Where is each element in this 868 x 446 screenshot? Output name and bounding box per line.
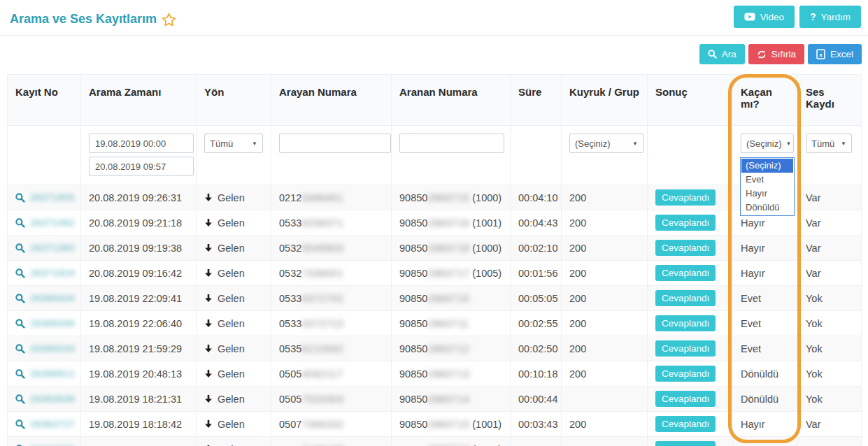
record-no-link[interactable]: 26371924	[30, 268, 75, 278]
record-no-link[interactable]: 26369434	[30, 293, 75, 303]
caller-prefix: 0533	[279, 318, 301, 329]
column-header-called-number: Aranan Numara	[392, 75, 511, 126]
caller-masked-digits: 4372710	[301, 318, 343, 329]
called-number-cell: 908502883711	[392, 311, 511, 336]
call-time-cell: 19.08.2019 22:06:40	[81, 311, 197, 336]
record-no-link[interactable]: 26368912	[30, 368, 75, 379]
table-row: 26369434 19.08.2019 22:09:41 Gelen 05334…	[8, 286, 862, 311]
caller-number-cell: 05334372710	[271, 311, 392, 336]
result-status-badge: Cevaplandı	[655, 265, 716, 281]
called-prefix: 90850	[399, 318, 427, 329]
result-cell: Cevaplandı	[648, 361, 733, 387]
record-no-link[interactable]: 26369243	[30, 343, 75, 354]
record-no-link[interactable]: 26371462	[30, 217, 75, 228]
result-cell: Cevaplandı	[648, 185, 733, 210]
missed-cell: Hayır	[733, 261, 798, 286]
reset-button-label: Sıfırla	[771, 49, 796, 59]
record-no-cell: 26363636	[8, 387, 81, 412]
result-status-badge: Cevaplandı	[655, 189, 716, 206]
page-title: Arama ve Ses Kayıtlarım	[10, 12, 157, 27]
result-cell: Cevaplandı	[648, 236, 733, 261]
direction-select[interactable]: Tümü ▼	[204, 134, 263, 153]
record-no-link[interactable]: 26369349	[30, 318, 75, 329]
queue-select[interactable]: (Seçiniz) ▼	[569, 134, 643, 153]
incoming-call-arrow-icon	[204, 319, 213, 328]
video-button-label: Video	[760, 12, 784, 22]
result-status-badge: Cevaplandı	[655, 340, 716, 357]
table-row: 26369349 19.08.2019 22:06:40 Gelen 05334…	[8, 311, 862, 336]
column-header-duration: Süre	[511, 75, 562, 126]
duration-cell: 00:01:21	[511, 437, 562, 446]
direction-label: Gelen	[218, 419, 245, 430]
missed-select[interactable]: (Seçiniz) ▼	[741, 134, 794, 153]
table-row: 26369243 19.08.2019 21:59:29 Gelen 05356…	[8, 336, 862, 361]
column-header-recording: Ses Kaydı	[798, 75, 862, 126]
caller-prefix: 0532	[279, 243, 301, 254]
missed-cell: Evet	[733, 311, 798, 336]
record-detail-search-icon[interactable]	[15, 193, 25, 203]
incoming-call-arrow-icon	[204, 369, 213, 378]
search-button[interactable]: Ara	[699, 44, 745, 64]
caller-number-input[interactable]	[279, 134, 391, 153]
record-no-cell: 26371924	[8, 261, 81, 286]
refresh-icon	[757, 50, 767, 59]
missed-select-value: (Seçiniz)	[746, 138, 782, 149]
called-masked-digits: 2883717	[427, 268, 469, 279]
called-number-cell: 908502883719(1000)	[392, 437, 511, 446]
video-button[interactable]: Video	[734, 6, 795, 28]
table-row: 26371360 20.08.2019 09:19:38 Gelen 05325…	[8, 236, 862, 261]
called-masked-digits: 2883715	[427, 192, 469, 203]
column-header-record-no: Kayıt No	[8, 75, 81, 126]
result-cell: Cevaplandı	[648, 210, 733, 236]
favorite-star-icon[interactable]	[162, 13, 176, 27]
record-detail-search-icon[interactable]	[15, 344, 25, 354]
record-detail-search-icon[interactable]	[15, 268, 25, 278]
table-row: 26371905 20.08.2019 09:26:31 Gelen 02125…	[8, 185, 862, 210]
record-detail-search-icon[interactable]	[15, 218, 25, 228]
date-from-input[interactable]	[89, 134, 194, 153]
call-time-cell: 19.08.2019 20:48:13	[81, 361, 197, 387]
table-row: 26362858 19.08.2019 18:13:27 Gelen 05557…	[8, 437, 862, 446]
recording-select[interactable]: Tümü ▼	[806, 134, 852, 153]
record-detail-search-icon[interactable]	[15, 419, 25, 429]
called-prefix: 90850	[399, 444, 427, 446]
record-detail-search-icon[interactable]	[15, 243, 25, 253]
queue-cell: 200	[562, 361, 648, 387]
called-prefix: 90850	[399, 268, 427, 279]
caller-masked-digits: 4092117	[301, 368, 343, 380]
record-detail-search-icon[interactable]	[15, 319, 25, 329]
record-no-link[interactable]: 26363636	[30, 394, 75, 404]
date-to-input[interactable]	[89, 157, 194, 176]
direction-cell: Gelen	[197, 286, 271, 311]
record-no-cell: 26363727	[8, 412, 81, 437]
chevron-down-icon: ▼	[252, 141, 257, 147]
result-cell: Cevaplandı	[648, 437, 733, 446]
record-no-link[interactable]: 26371905	[30, 192, 75, 203]
record-no-cell: 26371462	[8, 210, 81, 236]
dropdown-option-hayir[interactable]: Hayır	[741, 187, 793, 201]
result-cell: Cevaplandı	[648, 311, 733, 336]
record-detail-search-icon[interactable]	[15, 294, 25, 303]
result-cell: Cevaplandı	[648, 261, 733, 286]
called-extension: (1001)	[472, 217, 501, 229]
called-number-cell: 908502883710	[392, 286, 511, 311]
caller-masked-digits: 7533303	[301, 394, 343, 405]
reset-button[interactable]: Sıfırla	[748, 44, 804, 64]
dropdown-option-donuldu[interactable]: Dönüldü	[741, 201, 793, 215]
record-detail-search-icon[interactable]	[15, 394, 25, 404]
help-button[interactable]: ? Yardım	[799, 6, 861, 28]
record-no-link[interactable]: 26371360	[30, 243, 75, 253]
recording-select-value: Tümü	[811, 138, 834, 149]
caller-number-cell: 05325549903	[271, 236, 392, 261]
record-detail-search-icon[interactable]	[15, 369, 25, 379]
recording-cell: Var	[798, 185, 862, 210]
caller-masked-digits: 6210592	[301, 343, 343, 354]
called-number-input[interactable]	[399, 134, 504, 153]
queue-cell	[562, 387, 648, 412]
record-no-link[interactable]: 26363727	[30, 419, 75, 429]
direction-cell: Gelen	[197, 311, 271, 336]
dropdown-option-seciniz[interactable]: (Seçiniz)	[741, 159, 793, 173]
dropdown-option-evet[interactable]: Evet	[741, 173, 793, 187]
recording-cell: Yok	[798, 336, 862, 361]
excel-button[interactable]: x Excel	[808, 44, 862, 64]
